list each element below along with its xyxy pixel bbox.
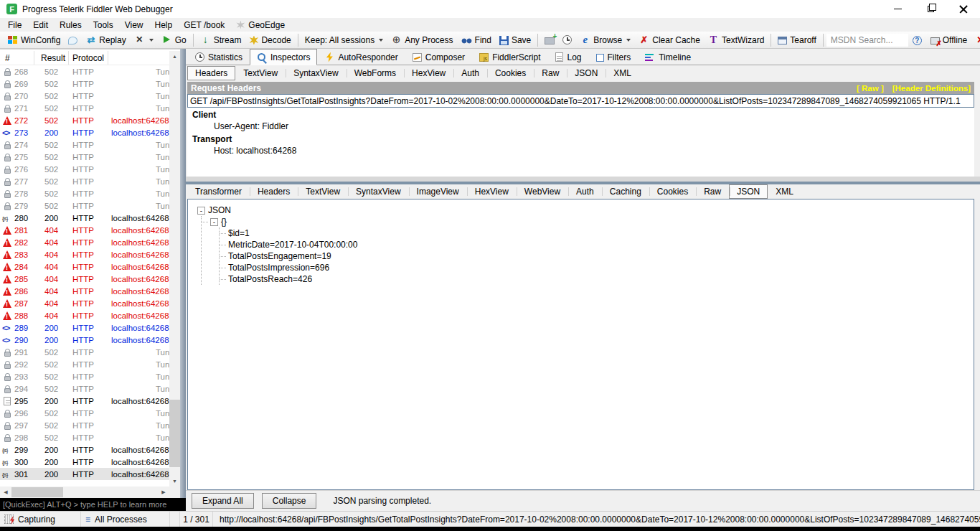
response-tab-hexview[interactable]: HexView [467, 185, 517, 198]
session-row[interactable]: 289200HTTPlocalhost:64268 [0, 321, 169, 334]
json-field[interactable]: MetricDate=2017-10-04T00:00:00 [220, 239, 974, 250]
session-row[interactable]: 301200HTTPlocalhost:64268 [0, 468, 169, 480]
session-row[interactable]: 270502HTTPTunnel to [0, 90, 169, 102]
offline-button[interactable]: Offline [927, 34, 971, 47]
session-row[interactable]: 280200HTTPlocalhost:64268 [0, 212, 169, 224]
scroll-thumb-horizontal[interactable] [11, 487, 63, 497]
session-row[interactable]: 276502HTTPTunnel to [0, 163, 169, 175]
response-tab-transformer[interactable]: Transformer [187, 185, 250, 198]
decode-button[interactable]: Decode [245, 34, 294, 47]
request-tab-auth[interactable]: Auth [453, 67, 487, 80]
request-tab-cookies[interactable]: Cookies [487, 67, 534, 80]
go-button[interactable]: Go [158, 33, 190, 47]
tab-autoresponder[interactable]: AutoResponder [317, 50, 405, 65]
collapse-toggle[interactable] [197, 207, 205, 215]
camera-button[interactable] [541, 34, 558, 46]
scroll-left-arrow[interactable]: ◀ [0, 487, 11, 498]
session-row[interactable]: 269502HTTPTunnel to [0, 77, 169, 90]
response-tab-cookies[interactable]: Cookies [649, 185, 696, 198]
save-button[interactable]: Save [496, 34, 534, 47]
msdn-search-input[interactable]: MSDN Search... [826, 34, 908, 47]
header-definitions-link[interactable]: [Header Definitions] [892, 84, 971, 93]
session-row[interactable]: 277502HTTPTunnel to [0, 175, 169, 187]
collapse-toggle[interactable] [210, 218, 218, 226]
request-tab-webforms[interactable]: WebForms [347, 67, 404, 80]
request-tab-hexview[interactable]: HexView [404, 67, 453, 80]
menu-item-tools[interactable]: Tools [88, 18, 119, 32]
menu-item-file[interactable]: File [2, 18, 27, 32]
tab-timeline[interactable]: Timeline [638, 50, 698, 65]
tab-filters[interactable]: Filters [589, 50, 639, 65]
menu-item-get-book[interactable]: GET /book [178, 18, 230, 32]
raw-link[interactable]: [ Raw ] [857, 84, 884, 93]
response-tab-imageview[interactable]: ImageView [409, 185, 467, 198]
menu-item-geoedge[interactable]: GeoEdge [230, 18, 291, 32]
clear-cache-button[interactable]: Clear Cache [635, 33, 704, 47]
json-tree-object-node[interactable]: {} [202, 216, 974, 227]
column-header-result[interactable]: Result [34, 51, 69, 65]
session-row[interactable]: 287404HTTPlocalhost:64268 [0, 297, 169, 309]
request-line[interactable]: GET /api/FBPostInsights/GetTotalPostInsi… [187, 94, 974, 108]
closex-button[interactable] [971, 33, 980, 47]
session-row[interactable]: 294502HTTPTunnel to [0, 382, 169, 395]
quickexec-input[interactable]: [QuickExec] ALT+Q > type HELP to learn m… [0, 498, 186, 511]
request-tab-raw[interactable]: Raw [534, 67, 567, 80]
tab-statistics[interactable]: Statistics [188, 50, 250, 65]
textwizard-button[interactable]: TextWizard [705, 33, 768, 47]
vertical-scrollbar[interactable]: ▲ ▼ [169, 51, 180, 487]
response-tab-raw[interactable]: Raw [696, 185, 729, 198]
response-tab-xml[interactable]: XML [768, 185, 801, 198]
session-row[interactable]: 300200HTTPlocalhost:64268 [0, 456, 169, 468]
response-tab-auth[interactable]: Auth [568, 185, 602, 198]
capturing-cell[interactable]: Capturing [0, 512, 81, 527]
header-entry[interactable]: Host: localhost:64268 [187, 145, 974, 156]
request-tab-headers[interactable]: Headers [187, 66, 235, 80]
session-row[interactable]: 272502HTTPlocalhost:64268 [0, 114, 169, 126]
session-row[interactable]: 285404HTTPlocalhost:64268 [0, 273, 169, 285]
json-field[interactable]: TotalPostsReach=426 [220, 273, 974, 285]
response-tab-headers[interactable]: Headers [250, 185, 298, 198]
tab-fiddlerscript[interactable]: FiddlerScript [472, 50, 547, 65]
browse-button[interactable]: Browse [576, 33, 634, 47]
panel-splitter[interactable] [180, 49, 186, 498]
session-row[interactable]: 293502HTTPTunnel to [0, 370, 169, 382]
json-field[interactable]: TotalPostsImpression=696 [220, 262, 974, 273]
close-button[interactable] [947, 0, 980, 18]
session-row[interactable]: 296502HTTPTunnel to [0, 407, 169, 419]
header-entry[interactable]: User-Agent: Fiddler [187, 121, 974, 132]
process-filter-cell[interactable]: All Processes [81, 512, 170, 527]
replay-button[interactable]: Replay [82, 33, 129, 47]
tab-inspectors[interactable]: Inspectors [250, 49, 317, 65]
tab-log[interactable]: Log [547, 50, 588, 65]
request-tab-xml[interactable]: XML [606, 67, 639, 80]
clock-button[interactable] [559, 34, 575, 46]
column-header-number[interactable]: # [0, 51, 34, 65]
session-row[interactable]: 283404HTTPlocalhost:64268 [0, 248, 169, 260]
balloon-button[interactable] [65, 34, 81, 46]
menu-item-help[interactable]: Help [149, 18, 179, 32]
request-tab-textview[interactable]: TextView [235, 67, 286, 80]
json-tree-root-node[interactable]: JSON [197, 205, 974, 216]
column-header-host[interactable] [108, 51, 169, 65]
session-row[interactable]: 271502HTTPTunnel to [0, 102, 169, 114]
json-field[interactable]: TotalPostsEngagement=19 [220, 250, 974, 262]
response-tab-webview[interactable]: WebView [517, 185, 568, 198]
request-response-splitter[interactable] [186, 177, 980, 182]
session-row[interactable]: 298502HTTPTunnel to [0, 431, 169, 443]
request-tab-json[interactable]: JSON [567, 67, 606, 80]
session-row[interactable]: 295200HTTPlocalhost:64268 [0, 395, 169, 407]
session-row[interactable]: 275502HTTPTunnel to [0, 151, 169, 163]
header-section-client[interactable]: Client [187, 108, 974, 121]
keep-all-sessions-button[interactable]: Keep: All sessions [301, 34, 387, 47]
scroll-up-arrow[interactable]: ▲ [169, 51, 180, 62]
any-process-button[interactable]: Any Process [387, 33, 456, 47]
collapse-button[interactable]: Collapse [262, 493, 317, 509]
response-tab-syntaxview[interactable]: SyntaxView [348, 185, 408, 198]
column-header-protocol[interactable]: Protocol [69, 51, 108, 65]
session-row[interactable]: 286404HTTPlocalhost:64268 [0, 285, 169, 297]
minimize-button[interactable] [881, 0, 914, 18]
response-tab-textview[interactable]: TextView [298, 185, 348, 198]
session-row[interactable]: 278502HTTPTunnel to [0, 187, 169, 199]
header-section-transport[interactable]: Transport [187, 132, 974, 145]
session-row[interactable]: 273200HTTPlocalhost:64268 [0, 126, 169, 138]
